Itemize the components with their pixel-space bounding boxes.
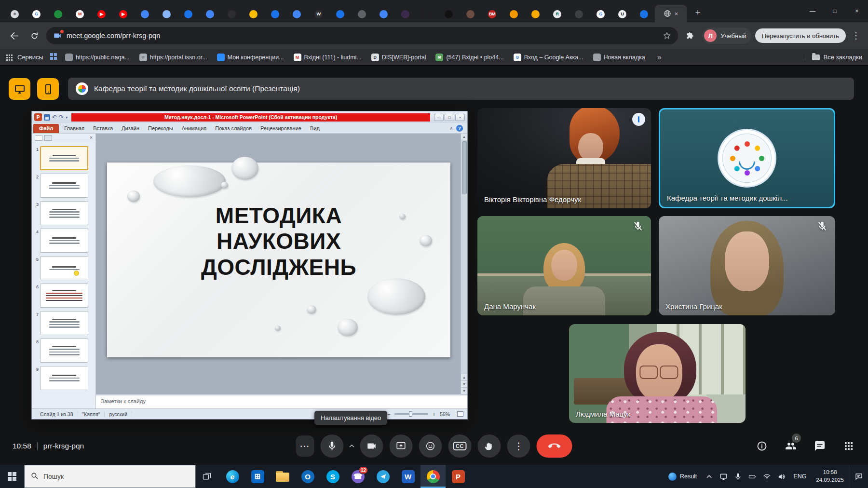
browser-tab[interactable] xyxy=(503,6,525,22)
browser-tab[interactable] xyxy=(460,6,481,22)
browser-tab[interactable] xyxy=(134,6,156,22)
battery-tray-icon[interactable] xyxy=(745,465,760,488)
powerpoint-minimize-button[interactable]: — xyxy=(434,114,444,121)
browser-tab[interactable]: W xyxy=(308,6,329,22)
people-button[interactable]: 6 xyxy=(784,439,798,453)
network-tray-icon[interactable] xyxy=(760,465,774,488)
bookmark-item[interactable]: Мои конференции... xyxy=(213,52,288,63)
browser-tab[interactable]: ▶ xyxy=(112,6,134,22)
ribbon-tab[interactable]: Главная xyxy=(60,124,89,133)
scrollbar-thumb[interactable] xyxy=(462,141,467,194)
bookmarks-overflow-icon[interactable]: » xyxy=(652,53,666,62)
all-bookmarks-button[interactable]: Все закладки xyxy=(805,54,862,61)
bookmark-star-icon[interactable] xyxy=(663,31,671,40)
browser-tab[interactable]: G xyxy=(590,6,611,22)
participant-tile[interactable]: Людмила Мацук xyxy=(569,324,746,423)
maximize-button[interactable]: □ xyxy=(824,0,846,22)
file-explorer-taskbar-button[interactable] xyxy=(270,465,295,488)
browser-tab[interactable] xyxy=(47,6,69,22)
bookmark-item[interactable]: GВход – Google Акка... xyxy=(509,52,588,63)
hidden-icons-tray-icon[interactable] xyxy=(702,465,716,488)
new-tab-button[interactable]: + xyxy=(691,5,705,20)
camera-button[interactable] xyxy=(360,434,383,458)
powerpoint-taskbar-button[interactable]: P xyxy=(446,465,471,488)
back-icon[interactable] xyxy=(6,27,22,44)
outlook-taskbar-button[interactable]: O xyxy=(295,465,320,488)
qat-dropdown-icon[interactable]: ▾ xyxy=(66,115,68,120)
leave-call-button[interactable] xyxy=(537,434,572,458)
zoom-slider-thumb[interactable] xyxy=(409,411,412,417)
scroll-down-icon[interactable]: ▼ xyxy=(461,387,467,394)
edge-taskbar-button[interactable]: e xyxy=(220,465,245,488)
browser-tab[interactable] xyxy=(221,6,243,22)
close-button[interactable]: × xyxy=(846,0,868,22)
reactions-button[interactable] xyxy=(419,434,442,458)
browser-tab[interactable] xyxy=(394,6,416,22)
ribbon-tab[interactable]: Вид xyxy=(306,124,324,133)
extensions-icon[interactable] xyxy=(682,27,698,44)
captions-button[interactable]: CC xyxy=(448,434,472,458)
scroll-up-icon[interactable]: ▲ xyxy=(461,134,467,140)
taskbar-clock[interactable]: 10:58 24.09.2025 xyxy=(811,469,849,484)
action-center-button[interactable] xyxy=(849,465,868,488)
slide-thumbnail[interactable] xyxy=(40,174,88,198)
redo-icon[interactable]: ↷ xyxy=(59,114,64,120)
help-icon[interactable]: ? xyxy=(456,125,463,132)
ribbon-tab[interactable]: Показ слайдов xyxy=(211,124,256,133)
notes-area[interactable]: Заметки к слайду xyxy=(96,394,467,408)
relaunch-update-button[interactable]: Перезапустить и обновить xyxy=(755,28,846,43)
ribbon-tab[interactable]: Рецензирование xyxy=(256,124,306,133)
display-tray-icon[interactable] xyxy=(716,465,731,488)
ribbon-collapse-icon[interactable]: ∧ xyxy=(449,126,453,131)
microsoft-store-taskbar-button[interactable]: ⊞ xyxy=(245,465,270,488)
browser-tab[interactable] xyxy=(264,6,286,22)
bookmark-item[interactable]: https://public.naqa... xyxy=(61,52,134,63)
minimize-button[interactable]: — xyxy=(801,0,824,22)
slides-tab-icon[interactable] xyxy=(35,135,42,141)
volume-tray-icon[interactable] xyxy=(774,465,788,488)
apps-button[interactable] xyxy=(842,439,855,453)
video-settings-button[interactable] xyxy=(346,434,358,458)
raise-hand-button[interactable] xyxy=(478,434,501,458)
bookmark-item[interactable]: ≡https://portal.issn.or... xyxy=(135,52,212,63)
more-options-button[interactable]: ⋮ xyxy=(507,434,530,458)
more-options-left-button[interactable]: ⋯ xyxy=(296,435,314,457)
browser-tab[interactable] xyxy=(438,6,460,22)
ribbon-tab[interactable]: Дизайн xyxy=(117,124,144,133)
browser-tab[interactable] xyxy=(633,6,655,22)
browser-tab[interactable] xyxy=(243,6,264,22)
participant-tile[interactable]: Дана Марунчак xyxy=(477,216,651,315)
skype-taskbar-button[interactable]: S xyxy=(320,465,345,488)
chrome-taskbar-button[interactable] xyxy=(420,465,446,488)
screen-share-indicator-button[interactable] xyxy=(9,78,30,100)
powerpoint-close-button[interactable]: × xyxy=(455,114,465,121)
word-taskbar-button[interactable]: W xyxy=(395,465,420,488)
pane-close-icon[interactable]: × xyxy=(90,135,93,140)
microphone-tray-icon[interactable] xyxy=(731,465,745,488)
browser-tab[interactable]: BM xyxy=(481,6,503,22)
language-indicator[interactable]: ENG xyxy=(788,473,811,480)
bookmark-item[interactable]: Новая вкладка xyxy=(589,52,650,63)
slide-thumbnail[interactable] xyxy=(40,339,88,363)
browser-tab[interactable] xyxy=(373,6,394,22)
browser-tab[interactable] xyxy=(416,6,438,22)
participant-tile[interactable]: Вікторія Вікторівна Федорчук xyxy=(477,108,651,208)
previous-slide-button[interactable]: ▲ xyxy=(461,374,467,380)
browser-tab[interactable] xyxy=(525,6,546,22)
browser-tab[interactable]: U xyxy=(611,6,633,22)
tray-app-chip[interactable]: Result xyxy=(664,465,702,488)
next-slide-button[interactable]: ▼ xyxy=(461,380,467,387)
start-button[interactable] xyxy=(0,465,24,488)
browser-tab[interactable]: M xyxy=(69,6,91,22)
address-bar[interactable]: meet.google.com/prr-krsg-pqn xyxy=(46,27,678,44)
telegram-taskbar-button[interactable] xyxy=(370,465,395,488)
browser-tab[interactable] xyxy=(329,6,351,22)
slide-thumbnail[interactable] xyxy=(40,256,88,280)
ribbon-tab[interactable]: Вставка xyxy=(89,124,117,133)
services-label[interactable]: Сервисы xyxy=(15,54,45,61)
bookmark-item[interactable]: DDIS[WEB]-portal xyxy=(367,52,431,63)
tab-close-icon[interactable]: × xyxy=(675,10,678,17)
browser-tab[interactable] xyxy=(286,6,308,22)
taskbar-search-input[interactable]: Пошук xyxy=(24,465,196,488)
browser-tab[interactable]: ✶ xyxy=(4,6,26,22)
